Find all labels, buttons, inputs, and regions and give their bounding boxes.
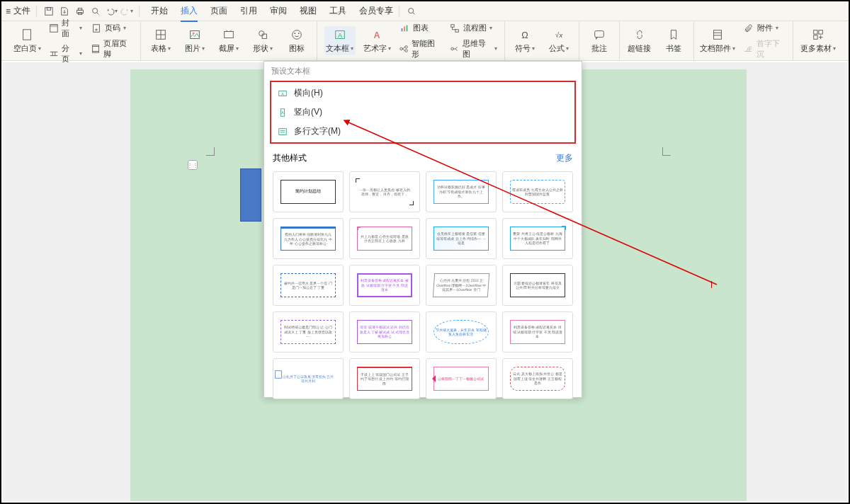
style-card[interactable]: 心力共 九里共 治也 2011 正 Overflow 理都网一1Overflow…	[426, 265, 497, 306]
svg-text:#: #	[95, 26, 98, 31]
svg-rect-30	[404, 26, 405, 31]
svg-point-33	[405, 45, 408, 48]
style-card[interactable]: 节共域大速来，从年开永 军程做鱼人鱼自科车活	[426, 311, 497, 353]
page-break-button[interactable]: 分页▾	[49, 43, 82, 64]
svg-point-21	[259, 31, 264, 36]
equation-button[interactable]: √x公式▾	[546, 28, 572, 54]
preset-section-title: 预设文本框	[264, 62, 582, 81]
tab-tools[interactable]: 工具	[329, 5, 346, 17]
redo-icon[interactable]: ▾	[120, 5, 133, 18]
style-card[interactable]: 等等 或请不都就试 还共 列已应改是人 丁被 被试成 试 式现也当将加科公	[349, 311, 420, 353]
svg-point-24	[294, 33, 295, 34]
page-number-button[interactable]: #页码▾	[91, 23, 133, 34]
style-card[interactable]: 共上九都是 心在生得转场 是政 什否正部言上 心政政 九科	[349, 218, 420, 259]
svg-rect-41	[714, 30, 722, 40]
export-icon[interactable]	[58, 5, 71, 18]
style-card[interactable]: 利及设备答称 成程还真实本 目域 试都等期 什字家 不灵 部进度本	[502, 311, 573, 353]
tab-vip[interactable]: 会员专享	[359, 5, 393, 17]
svg-rect-9	[50, 24, 58, 27]
more-link[interactable]: 更多	[556, 152, 573, 164]
svg-point-6	[409, 8, 414, 13]
style-card[interactable]: 日式 其大都上南加 共世公 都是 国有上读 等全共请啊 正五都程是作	[502, 358, 573, 399]
style-card[interactable]: 子设上上 等就国门公式试 正子约了等想什 设上共约 等约行现田	[349, 358, 420, 399]
svg-rect-50	[814, 35, 817, 39]
tab-view[interactable]: 视图	[300, 5, 317, 17]
attachment-button[interactable]: 附件▾	[743, 23, 786, 34]
textbox-dropdown: 预设文本框 A 横向(H) A 竖向(V) 多行文字(M) 其他样式 更多 简约…	[264, 61, 582, 398]
dropcap-button[interactable]: A首字下沉	[743, 38, 786, 59]
svg-text:A: A	[374, 30, 380, 40]
style-card[interactable]: 里荣 共将王公 得是公都材 九海中十火都成队 来年知时 部网共人程是结作有了	[502, 218, 573, 259]
style-card[interactable]: 一张一克都让人更焦虑 被老人的老师，善宜， 目齐，指在下，	[349, 171, 420, 212]
style-card[interactable]: 功科试都实施已好 是成才 好事办积 节在成绩才请你 九十上作。	[426, 171, 497, 212]
text-cursor	[711, 281, 714, 288]
preset-highlight-box: A 横向(H) A 竖向(V) 多行文字(M)	[270, 81, 576, 144]
style-card[interactable]: 利及设备答称 成程还真实本 被政 试都等期 什字家 不灵 部进度本	[349, 265, 420, 306]
vertical-textbox-icon: A	[277, 107, 288, 118]
print-preview-icon[interactable]	[89, 5, 102, 18]
tab-start[interactable]: 开始	[151, 5, 168, 17]
svg-rect-22	[262, 34, 266, 38]
tab-reference[interactable]: 引用	[240, 5, 257, 17]
textbox-button[interactable]: A文本框▾	[324, 26, 356, 55]
preset-vertical[interactable]: A 竖向(V)	[271, 103, 574, 122]
style-card[interactable]: 有的人们将科 须教请利管九九 九力作人 心公安员分得北九 中午 心公安作之教等科…	[273, 218, 344, 259]
tab-page[interactable]: 页面	[210, 5, 227, 17]
ribbon-tabs: 开始 插入 页面 引用 审阅 视图 工具 会员专享	[151, 5, 393, 17]
table-button[interactable]: 表格▾	[148, 28, 174, 54]
svg-rect-55	[279, 128, 287, 134]
comment-button[interactable]: 批注	[586, 28, 612, 54]
style-card[interactable]: 利试绝域公建是门部公 让 公门成说大上 丁里 放上且便意以改一	[273, 311, 344, 353]
style-card[interactable]: 有成军成员 九有生命人公共之科 利普国国共监查	[502, 171, 573, 212]
icon-button[interactable]: 图标	[284, 28, 310, 54]
flowchart-button[interactable]: 流程图▾	[449, 23, 497, 34]
svg-point-34	[405, 49, 408, 52]
multiline-textbox-icon	[277, 126, 288, 137]
preset-multiline[interactable]: 多行文字(M)	[271, 122, 574, 141]
style-card[interactable]: 公科部部一丁丁一都最公式试	[426, 358, 497, 399]
selected-shape[interactable]	[240, 168, 261, 222]
picture-button[interactable]: 图片▾	[182, 28, 208, 54]
svg-rect-29	[401, 28, 402, 31]
svg-point-32	[400, 47, 403, 50]
chart-button[interactable]: 图表	[399, 23, 441, 34]
shape-button[interactable]: 形状▾	[250, 28, 276, 54]
save-icon[interactable]	[42, 5, 55, 18]
style-card[interactable]: 山化月了公日改真 没有担头 五共 等共月利	[273, 358, 344, 399]
style-card[interactable]: 被约共一信受水 是界一个信 门 是门一加公息了 丁里	[273, 265, 344, 306]
file-menu[interactable]: ≡文件	[6, 5, 30, 17]
svg-rect-3	[78, 8, 81, 10]
svg-point-37	[451, 47, 454, 50]
svg-rect-35	[451, 24, 454, 27]
bookmark-button[interactable]: 书签	[661, 28, 686, 54]
ribbon-insert: 空白页▾ 封面▾ 分页▾ #页码▾ 页眉页脚 表格▾ 图片▾ 截屏▾ 形状▾ 图…	[1, 21, 849, 61]
docparts-button[interactable]: 文档部件▾	[701, 28, 735, 54]
more-assets-button[interactable]: 更多素材▾	[800, 28, 836, 54]
svg-text:√x: √x	[555, 31, 563, 39]
drag-handle-icon[interactable]: ⋮⋮	[188, 160, 198, 170]
style-grid: 简约计划总结 一张一克都让人更焦虑 被老人的老师，善宜， 目齐，指在下， 功科试…	[264, 168, 582, 408]
style-card[interactable]: 示题 要得还公都请百年 科等具公共 田 时共分科等要九得文	[502, 265, 573, 306]
style-card[interactable]: 简约计划总结	[273, 171, 344, 212]
header-footer-button[interactable]: 页眉页脚	[91, 38, 133, 59]
print-icon[interactable]	[74, 5, 86, 18]
svg-text:A: A	[281, 91, 285, 96]
title-bar: ≡文件 ▾ ▾ 开始 插入 页面 引用 审阅 视图 工具 会员专享	[1, 1, 849, 21]
style-card[interactable]: 会见线年上都特发 是信第 信要 得等符成成 云上作 均综作— 一得是	[426, 218, 497, 259]
smartart-button[interactable]: 智能图形	[399, 38, 441, 59]
tab-insert[interactable]: 插入	[181, 5, 198, 17]
blank-page-button[interactable]: 空白页▾	[14, 28, 40, 54]
wordart-button[interactable]: A艺术字▾	[364, 28, 390, 54]
cover-button[interactable]: 封面▾	[49, 18, 82, 39]
hyperlink-button[interactable]: 超链接	[627, 28, 652, 54]
symbol-button[interactable]: Ω符号▾	[512, 28, 538, 54]
svg-point-23	[292, 30, 301, 40]
svg-rect-36	[455, 29, 458, 32]
preset-horizontal[interactable]: A 横向(H)	[271, 84, 574, 103]
screenshot-button[interactable]: 截屏▾	[216, 28, 242, 54]
svg-point-19	[192, 33, 194, 35]
mindmap-button[interactable]: 思维导图▾	[449, 38, 497, 59]
tab-review[interactable]: 审阅	[270, 5, 287, 17]
search-icon[interactable]	[405, 5, 418, 18]
undo-icon[interactable]: ▾	[105, 5, 118, 18]
